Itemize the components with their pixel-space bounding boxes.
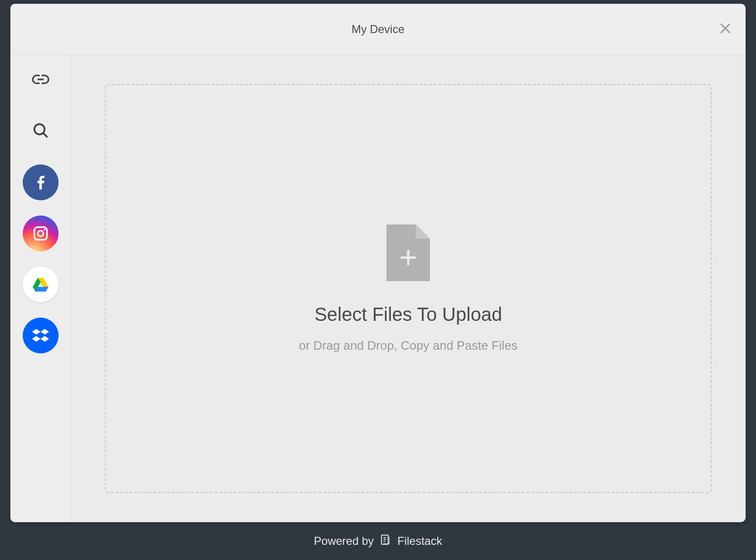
dropbox-icon <box>23 318 59 353</box>
footer-brand: Filestack <box>397 534 442 548</box>
file-picker-modal: My Device <box>10 4 746 522</box>
close-icon <box>718 21 732 37</box>
search-icon <box>31 121 50 142</box>
filestack-logo-icon <box>379 534 392 549</box>
facebook-icon <box>23 164 59 200</box>
footer: Powered by Filestack <box>0 522 756 560</box>
source-google-drive[interactable] <box>10 259 70 310</box>
source-sidebar <box>10 55 71 522</box>
svg-point-4 <box>43 229 45 231</box>
dropzone-subtitle: or Drag and Drop, Copy and Paste Files <box>299 338 517 353</box>
source-link[interactable] <box>10 55 70 106</box>
google-drive-icon <box>23 267 59 302</box>
svg-point-3 <box>38 231 43 236</box>
instagram-icon <box>23 215 59 251</box>
dropzone-title: Select Files To Upload <box>314 304 502 325</box>
file-add-icon <box>387 224 430 283</box>
source-dropbox[interactable] <box>10 310 70 361</box>
dropzone[interactable]: Select Files To Upload or Drag and Drop,… <box>105 84 712 493</box>
source-facebook[interactable] <box>10 157 70 208</box>
picker-main: Select Files To Upload or Drag and Drop,… <box>71 55 746 522</box>
source-instagram[interactable] <box>10 208 70 259</box>
footer-prefix: Powered by <box>314 534 374 548</box>
picker-header: My Device <box>10 4 746 55</box>
header-title: My Device <box>352 23 404 36</box>
close-button[interactable] <box>714 17 736 41</box>
link-icon <box>31 70 50 91</box>
source-web-search[interactable] <box>10 106 70 157</box>
